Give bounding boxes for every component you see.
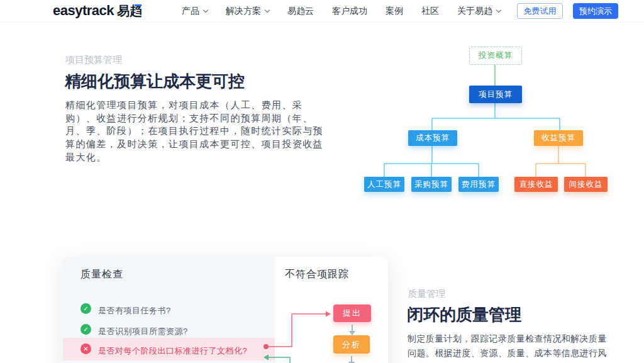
flow-node-labor-budget: 人工预算 [364,177,404,192]
quality-section-eyebrow: 质量管理 [408,288,445,300]
quality-section-description: 制定质量计划，跟踪记录质量检查情况和解决质量问题。根据进度、资源、质量、成本等信… [408,332,610,363]
budget-section-title: 精细化预算让成本更可控 [65,70,245,92]
chevron-down-icon [203,8,208,13]
nav-item-cases[interactable]: 案例 [386,6,403,17]
nav-item-customer-success[interactable]: 客户成功 [332,6,367,17]
quality-section-title: 闭环的质量管理 [407,304,521,326]
budget-section-description: 精细化管理项目预算，对项目成本（人工、费用、采购）、收益进行分析规划；支持不同的… [65,99,326,164]
flow-node-investment-estimate: 投资概算 [469,47,522,65]
nav-label: 案例 [386,6,403,17]
tracking-flow-connectors [63,257,388,363]
nav-label: 客户成功 [332,6,367,17]
book-demo-button[interactable]: 预约演示 [573,3,618,19]
nav-label: 解决方案 [226,6,261,17]
nav-label: 产品 [182,6,199,17]
budget-section-eyebrow: 项目预算管理 [65,54,122,66]
flow-node-indirect-benefit: 间接收益 [564,177,608,192]
flow-node-procurement-budget: 采购预算 [411,177,452,192]
nav-item-about[interactable]: 关于易趋 [457,6,501,17]
flow-node-direct-benefit: 直接收益 [514,177,558,192]
logo-text-cn: 易趋 [117,3,142,20]
flow-node-benefit-budget: 收益预算 [534,130,583,146]
nav-label: 易趋云 [287,6,314,17]
logo[interactable]: easytrack 易趋 [53,3,142,20]
page: easytrack 易趋 产品 解决方案 易趋云 客户成功 案例 社区 [0,0,644,363]
top-nav-bar: easytrack 易趋 产品 解决方案 易趋云 客户成功 案例 社区 [0,0,644,23]
nav-item-cloud[interactable]: 易趋云 [287,6,314,17]
nav-item-community[interactable]: 社区 [421,6,439,17]
flow-node-expense-budget: 费用预算 [458,177,499,192]
logo-text-en: easytrack [53,3,114,19]
main-nav: 产品 解决方案 易趋云 客户成功 案例 社区 关于易趋 [182,0,501,23]
quality-check-card: 质量检查 不符合项跟踪 ✓ 是否有项目任务书? ✓ 是否识别项目所需资源? ✕ … [63,257,388,363]
chevron-down-icon [496,8,501,13]
chevron-down-icon [265,8,270,13]
nav-item-products[interactable]: 产品 [182,6,208,17]
flow-node-project-budget: 项目预算 [469,86,522,103]
nav-label: 社区 [421,6,439,17]
nav-item-solutions[interactable]: 解决方案 [226,6,269,17]
flow-node-cost-budget: 成本预算 [408,130,457,146]
free-trial-button[interactable]: 免费试用 [517,3,563,19]
nav-label: 关于易趋 [457,6,492,17]
